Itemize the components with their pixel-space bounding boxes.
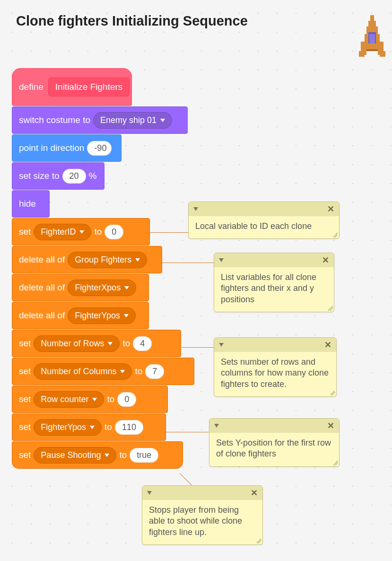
comment-box[interactable]: ✕ Sets number of rows and columns for ho… [214,337,337,397]
comment-header[interactable]: ✕ [214,253,334,267]
hide-block[interactable]: hide [12,190,50,218]
custom-block-name: Initialize Fighters [48,78,130,96]
block-label: set [19,394,31,404]
chevron-down-icon [124,286,129,289]
variable-dropdown[interactable]: FighterYpos [34,419,102,436]
comment-box[interactable]: ✕ Sets Y-position for the first row of c… [209,418,340,467]
collapse-icon[interactable] [219,343,224,347]
dropdown-value: Group Fighters [75,255,131,265]
value-input[interactable]: 110 [115,420,143,435]
resize-handle[interactable] [328,306,333,311]
list-dropdown[interactable]: FighterYpos [68,307,136,324]
svg-rect-1 [368,21,376,26]
comment-header[interactable]: ✕ [189,202,339,216]
variable-dropdown[interactable]: Number of Rows [34,335,120,352]
comment-text[interactable]: Sets Y-position for the first row of clo… [209,433,339,466]
set-pause-shooting-block[interactable]: set Pause Shooting to true [12,441,183,469]
dropdown-value: Number of Columns [41,367,116,377]
block-label: set [19,227,31,237]
switch-costume-block[interactable]: switch costume to Enemy ship 01 [12,106,188,134]
point-direction-block[interactable]: point in direction -90 [12,134,122,162]
set-size-block[interactable]: set size to 20 % [12,162,105,190]
dropdown-value: FighterID [41,227,76,237]
comment-box[interactable]: ✕ List variables for all clone fighters … [214,253,334,312]
block-label: set [19,366,31,377]
delete-group-fighters-block[interactable]: delete all of Group Fighters [12,246,162,273]
block-label: to [105,422,112,432]
comment-text[interactable]: Stops player from being able to shoot wh… [142,500,262,544]
dropdown-value: Number of Rows [41,339,104,349]
enemy-ship-sprite [354,13,390,59]
variable-dropdown[interactable]: FighterID [34,224,91,240]
value-input[interactable]: 7 [145,364,164,379]
direction-input[interactable]: -90 [87,141,112,156]
set-row-counter-block[interactable]: set Row counter to 0 [12,386,168,413]
block-label: switch costume to [19,115,90,125]
block-label: delete all of [19,254,65,265]
delete-fighterxpos-block[interactable]: delete all of FighterXpos [12,274,149,301]
close-icon[interactable]: ✕ [251,488,258,498]
chevron-down-icon [92,398,97,401]
comment-header[interactable]: ✕ [214,338,336,352]
dropdown-value: Pause Shooting [41,450,101,460]
close-icon[interactable]: ✕ [327,204,334,214]
dropdown-value: FighterYpos [41,422,86,432]
chevron-down-icon [135,258,140,262]
block-label: point in direction [19,143,84,153]
block-label: hide [19,199,36,209]
variable-dropdown[interactable]: Row counter [34,391,104,408]
value-input[interactable]: 0 [105,225,123,239]
costume-dropdown[interactable]: Enemy ship 01 [93,112,172,129]
dropdown-value: FighterYpos [75,311,120,321]
collapse-icon[interactable] [214,424,219,428]
page-title: Clone fighters Initializing Sequence [16,13,248,29]
block-label: to [107,394,114,404]
value-input[interactable]: true [130,448,158,463]
delete-fighterypos-block[interactable]: delete all of FighterYpos [12,302,149,329]
block-label: to [119,450,127,460]
variable-dropdown[interactable]: Pause Shooting [34,447,116,464]
list-dropdown[interactable]: FighterXpos [68,280,136,296]
set-fighterid-block[interactable]: set FighterID to 0 [12,218,150,245]
define-keyword: define [19,82,44,92]
svg-rect-0 [370,15,374,21]
comment-text[interactable]: Sets number of rows and columns for how … [214,352,336,396]
value-input[interactable]: 0 [117,392,136,407]
list-dropdown[interactable]: Group Fighters [68,252,147,268]
resize-handle[interactable] [331,391,335,395]
dropdown-value: Row counter [41,394,88,404]
size-input[interactable]: 20 [62,169,86,184]
block-label: set [19,422,31,432]
close-icon[interactable]: ✕ [322,255,329,265]
close-icon[interactable]: ✕ [327,421,334,431]
comment-box[interactable]: ✕ Local variable to ID each clone [188,202,340,239]
block-label: to [122,338,130,349]
block-label: to [94,227,102,237]
set-fighterypos-block[interactable]: set FighterYpos to 110 [12,413,166,441]
set-number-columns-block[interactable]: set Number of Columns to 7 [12,358,194,385]
chevron-down-icon [90,426,95,429]
variable-dropdown[interactable]: Number of Columns [34,363,132,380]
block-label: to [135,366,142,377]
comment-text[interactable]: List variables for all clone fighters an… [214,267,334,312]
collapse-icon[interactable] [219,258,224,262]
comment-header[interactable]: ✕ [142,486,262,500]
chevron-down-icon [120,370,125,373]
chevron-down-icon [79,230,84,234]
resize-handle[interactable] [333,461,338,465]
comment-header[interactable]: ✕ [209,419,339,433]
set-number-rows-block[interactable]: set Number of Rows to 4 [12,330,181,357]
comment-text[interactable]: Local variable to ID each clone [189,216,339,238]
collapse-icon[interactable] [193,207,198,211]
collapse-icon[interactable] [147,491,152,495]
block-label: delete all of [19,282,65,293]
comment-box[interactable]: ✕ Stops player from being able to shoot … [142,485,263,545]
block-stack: define Initialize Fighters switch costum… [12,68,194,469]
svg-rect-10 [380,51,385,57]
value-input[interactable]: 4 [133,336,152,351]
chevron-down-icon [105,454,109,457]
resize-handle[interactable] [257,539,261,543]
close-icon[interactable]: ✕ [324,340,331,350]
define-hat-block[interactable]: define Initialize Fighters [12,68,132,106]
resize-handle[interactable] [333,233,338,237]
